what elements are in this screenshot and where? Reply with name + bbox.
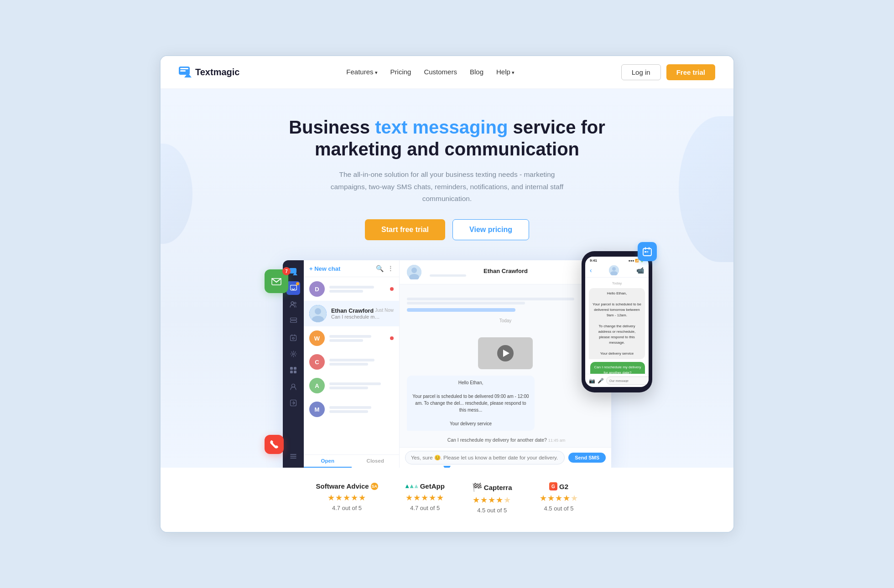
search-icon[interactable]: 🔍: [376, 265, 384, 272]
chat-line: [329, 363, 368, 366]
sidebar-icon-chat[interactable]: [286, 281, 300, 295]
chat-line: [329, 290, 363, 293]
svg-rect-20: [294, 367, 296, 370]
capterra-icon: 🏁: [472, 482, 482, 492]
software-advice-stars: ★★★★★: [316, 493, 378, 503]
ratings-section: Software Advice SA ★★★★★ 4.7 out of 5 Ge…: [161, 468, 733, 532]
sidebar-icon-profile[interactable]: [286, 380, 300, 393]
phone-screen: 9:41 ●●● 📶 🔋 ‹ 📹: [585, 257, 649, 387]
phone-camera-icon[interactable]: 📷: [589, 378, 595, 384]
msg-lines-1: [407, 298, 604, 304]
phone-back-icon[interactable]: ‹: [590, 267, 592, 274]
getapp-stars: ★★★★★: [405, 493, 445, 503]
hero-title: Business text messaging service formarke…: [179, 116, 715, 161]
hero-title-accent: text messaging: [375, 117, 508, 137]
msg-line: [407, 298, 574, 300]
chat-input-bar: Send SMS: [400, 447, 611, 468]
svg-rect-2: [180, 70, 186, 72]
login-button[interactable]: Log in: [621, 64, 661, 80]
nav-help[interactable]: Help: [496, 68, 515, 76]
chat-lines-d: [329, 286, 385, 293]
msg-question: Can I reschedule my delivery for another…: [407, 437, 604, 443]
sidebar-icon-grid[interactable]: [286, 363, 300, 377]
g2-score: 4.5 out of 5: [540, 505, 578, 512]
cursor-indicator: [443, 466, 451, 468]
nav-customers[interactable]: Customers: [424, 68, 457, 76]
sidebar-icon-lists[interactable]: [286, 314, 300, 328]
view-pricing-button[interactable]: View pricing: [452, 219, 529, 240]
chat-list-panel: + New chat 🔍 ⋮ D: [304, 260, 400, 468]
hero-buttons: Start free trial View pricing: [179, 219, 715, 240]
phone-input-field[interactable]: [606, 377, 649, 385]
chat-line: [329, 406, 371, 409]
tab-closed[interactable]: Closed: [352, 455, 400, 468]
phone-avatar: [609, 265, 619, 275]
rating-g2: G G2 ★★★★★ 4.5 out of 5: [540, 482, 578, 514]
chat-unread-dot: [390, 287, 394, 291]
sidebar-icon-users[interactable]: [286, 298, 300, 311]
video-thumbnail: [478, 337, 533, 369]
chat-messages-area: 11:35 am Today 11:12 am: [400, 284, 611, 447]
msg-bubble-inbound: Hello Ethan,Your parcel is scheduled to …: [407, 376, 535, 431]
hero-section: Business text messaging service formarke…: [161, 89, 733, 468]
svg-rect-8: [647, 251, 649, 253]
floating-phone-badge: [265, 435, 284, 454]
chat-line: [329, 339, 363, 342]
app-mockup: + New chat 🔍 ⋮ D: [283, 260, 611, 468]
chat-item-ethan[interactable]: Ethan Crawford Just Now Can I reschedule…: [304, 301, 399, 326]
chat-item-d[interactable]: D: [304, 277, 399, 301]
svg-point-26: [315, 308, 321, 315]
svg-point-17: [292, 337, 294, 339]
msg-line: [407, 302, 525, 304]
chat-avatar-ethan: [309, 305, 327, 322]
sidebar-icon-menu[interactable]: [286, 449, 300, 463]
g2-stars: ★★★★★: [540, 493, 578, 503]
chat-line: [329, 410, 368, 413]
chat-line: [329, 382, 381, 385]
chat-contact-name: Ethan Crawford: [331, 308, 374, 314]
phone-contact: [609, 265, 619, 275]
chat-item-m[interactable]: M: [304, 397, 399, 421]
chat-lines-a: [329, 382, 394, 389]
chat-avatar-d: D: [309, 281, 325, 297]
more-icon[interactable]: ⋮: [387, 265, 394, 272]
sidebar-icon-settings[interactable]: [286, 347, 300, 361]
getapp-score: 4.7 out of 5: [405, 505, 445, 511]
tab-open[interactable]: Open: [304, 455, 352, 468]
nav-blog[interactable]: Blog: [470, 68, 483, 76]
sidebar-icon-export[interactable]: [286, 396, 300, 410]
nav-features[interactable]: Features: [346, 68, 377, 76]
chat-item-c[interactable]: C: [304, 350, 399, 374]
phone-video-icon[interactable]: 📹: [636, 267, 644, 274]
phone-header: ‹ 📹: [585, 263, 649, 278]
nav-pricing[interactable]: Pricing: [390, 68, 411, 76]
browser-frame: Textmagic Features Pricing Customers Blo…: [160, 55, 734, 533]
start-free-trial-button[interactable]: Start free trial: [365, 219, 445, 240]
sidebar-unread-dot: [296, 282, 299, 285]
rating-capterra: 🏁 Capterra ★★★★★ 4.5 out of 5: [472, 482, 512, 514]
video-play-button[interactable]: [497, 345, 514, 361]
svg-point-13: [294, 302, 296, 304]
chat-main-header: Ethan Crawford 🔍 ⋮: [400, 260, 611, 284]
nav-actions: Log in Free trial: [621, 64, 715, 80]
chat-item-w[interactable]: W: [304, 326, 399, 350]
send-sms-button[interactable]: Send SMS: [568, 453, 606, 463]
app-screenshot-wrapper: 7: [179, 260, 715, 468]
chat-line: [329, 387, 368, 389]
chat-tabs: Open Closed: [304, 454, 399, 468]
msg-time-2: 11:12 am: [407, 329, 604, 334]
chat-input-field[interactable]: [405, 451, 565, 464]
chat-item-a[interactable]: A: [304, 374, 399, 397]
svg-rect-22: [294, 371, 296, 373]
floating-calendar-badge: [638, 242, 657, 261]
play-triangle-icon: [503, 350, 509, 357]
header-line: [430, 274, 466, 277]
software-advice-badge: SA: [371, 483, 378, 490]
free-trial-button[interactable]: Free trial: [666, 64, 715, 80]
capterra-stars: ★★★★★: [472, 495, 512, 505]
logo-link[interactable]: Textmagic: [179, 67, 239, 77]
svg-rect-1: [180, 68, 188, 69]
phone-mic-icon[interactable]: 🎤: [598, 378, 604, 384]
chat-line: [329, 335, 371, 338]
sidebar-icon-schedule[interactable]: [286, 330, 300, 344]
